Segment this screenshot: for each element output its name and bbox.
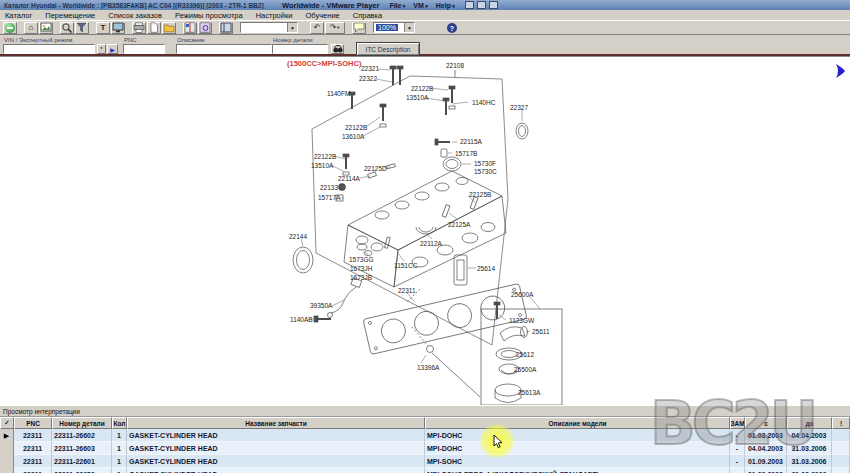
column-header-model[interactable]: Описание модели [425, 417, 730, 429]
part-label-22144[interactable]: 22144 [289, 234, 307, 241]
vin-expand-button[interactable]: * [97, 44, 106, 54]
part-label-15717A[interactable]: 15717A [318, 195, 340, 202]
part-label-25614[interactable]: 25614 [477, 266, 495, 273]
part-label-22112A[interactable]: 22112A [420, 241, 442, 248]
part-label-22108[interactable]: 22108 [446, 63, 464, 70]
part-label-22122B[interactable]: 22122B [314, 154, 336, 161]
part-label-22321[interactable]: 22321 [361, 66, 379, 73]
part-label-39350A[interactable]: 39350A [310, 303, 332, 310]
part-label-25613A[interactable]: 25613A [518, 390, 540, 397]
part-label-22115A[interactable]: 22115A [460, 139, 482, 146]
column-header-zam[interactable]: ЗАМ [730, 417, 745, 429]
zoom-combobox[interactable]: 100% ▼ [373, 22, 415, 33]
open-folder-button[interactable] [162, 22, 176, 34]
part-label-13510A[interactable]: 13510A [311, 163, 333, 170]
column-header-qty[interactable]: Кол [112, 417, 127, 429]
part-label-1140HC[interactable]: 1140HC [472, 100, 495, 107]
part-label-15717B[interactable]: 15717B [455, 151, 477, 158]
catalog-book-button[interactable] [183, 22, 197, 34]
part-label-22311[interactable]: 22311 [398, 288, 416, 295]
menu-item-0[interactable]: Каталог [5, 11, 32, 20]
menu-item-2[interactable]: Список заказов [108, 11, 162, 20]
undo-button[interactable]: ↶ [310, 22, 324, 34]
vm-device-icon[interactable] [477, 1, 486, 9]
part-label-22114A[interactable]: 22114A [338, 176, 360, 183]
part-label-22322[interactable]: 22322 [359, 76, 377, 83]
zoom-tool-button[interactable] [60, 22, 74, 34]
column-header-from[interactable]: с [745, 417, 787, 429]
part-label-1123GW[interactable]: 1123GW [509, 318, 534, 325]
column-header-to[interactable]: до [787, 417, 832, 429]
column-header-part[interactable]: Номер детали [52, 417, 112, 429]
menu-item-5[interactable]: Обучение [305, 11, 339, 20]
part-label-1151CC[interactable]: 1151CC [394, 263, 417, 270]
part-label-22122B[interactable]: 22122B [411, 86, 433, 93]
part-label-15730C[interactable]: 15730C [474, 169, 497, 176]
redo-button[interactable]: ↷▼ [325, 22, 345, 34]
help-button[interactable]: ? [445, 22, 459, 34]
part-label-25611[interactable]: 25611 [532, 329, 550, 336]
vmware-menu-help[interactable]: Help [436, 2, 455, 9]
table-row-1[interactable]: 2231122311-266031GASKET-CYLINDER HEADMPI… [0, 442, 850, 455]
exploded-diagram[interactable] [0, 57, 850, 406]
vmware-menu-vm[interactable]: VM [413, 2, 427, 9]
diagram-canvas[interactable]: (1500CC>MPI-SOHC) 2232122322221081140FM2… [0, 56, 850, 405]
print-button[interactable] [132, 22, 146, 34]
menu-item-1[interactable]: Перемещение [45, 11, 95, 20]
itc-description-button[interactable]: ITC Description [356, 42, 420, 56]
part-label-25600A[interactable]: 25600A [511, 292, 533, 299]
vm-device-icon[interactable] [489, 1, 498, 9]
panel-layout-button[interactable] [219, 22, 233, 34]
vin-go-button[interactable]: ▶ [107, 44, 118, 54]
menu-item-6[interactable]: Справка [353, 11, 382, 20]
table-row-0[interactable]: ▶2231122311-266021GASKET-CYLINDER HEADMP… [0, 429, 850, 442]
part-label-1140FM[interactable]: 1140FM [327, 91, 350, 98]
part-label-1673JH[interactable]: 1673JH [350, 266, 372, 273]
part-number-input[interactable] [272, 44, 328, 54]
part-label-15730F[interactable]: 15730F [474, 161, 496, 168]
column-header-sel[interactable]: ✓ [0, 417, 14, 429]
parts-search-book-button[interactable] [198, 22, 212, 34]
part-label-13396A[interactable]: 13396A [417, 365, 439, 372]
back-button[interactable] [3, 22, 17, 34]
filter-button[interactable] [75, 22, 89, 34]
menu-item-4[interactable]: Настройки [256, 11, 293, 20]
vin-input[interactable] [3, 44, 95, 54]
part-label-22125D[interactable]: 22125D [364, 166, 387, 173]
text-view-button[interactable]: T [96, 22, 110, 34]
part-label-1573GG[interactable]: 1573GG [349, 257, 374, 264]
menu-item-3[interactable]: Режимы просмотра [175, 11, 243, 20]
notes-button[interactable] [352, 22, 366, 34]
find-button[interactable] [331, 44, 344, 54]
vmware-menu-file[interactable]: File [389, 2, 405, 9]
navigation-combobox[interactable]: ▼ [240, 22, 298, 33]
column-header-name[interactable]: Название запчасти [127, 417, 425, 429]
part-label-25612[interactable]: 25612 [516, 352, 534, 359]
part-label-22327[interactable]: 22327 [510, 105, 528, 112]
cell-zam: - [730, 468, 745, 473]
pnc-input[interactable] [123, 44, 165, 54]
cell-qty: 1 [112, 455, 127, 468]
next-page-arrow-icon[interactable] [834, 63, 846, 79]
part-label-1140AB[interactable]: 1140AB [290, 317, 313, 324]
part-label-22133[interactable]: 22133 [320, 185, 338, 192]
part-label-1673JB[interactable]: 1673JB [350, 275, 372, 282]
part-label-22122B[interactable]: 22122B [345, 125, 367, 132]
chevron-down-icon[interactable]: ▼ [404, 23, 414, 32]
table-row-3[interactable]: 2231122311-226501GASKET-CYLINDER HEADMPI… [0, 468, 850, 473]
part-label-22125B[interactable]: 22125B [469, 192, 491, 199]
print-preview-button[interactable] [147, 22, 161, 34]
column-header-pnc[interactable]: PNC [14, 417, 52, 429]
part-label-13610A[interactable]: 13610A [342, 134, 364, 141]
home-button[interactable]: ⌂ [24, 22, 38, 34]
table-row-2[interactable]: 2231122311-226011GASKET-CYLINDER HEADMPI… [0, 455, 850, 468]
vm-device-icon[interactable] [465, 1, 474, 9]
image-view-button[interactable] [39, 22, 53, 34]
screen-view-button[interactable] [111, 22, 125, 34]
chevron-down-icon[interactable]: ▼ [287, 23, 297, 32]
part-label-22125A[interactable]: 22125A [448, 222, 470, 229]
description-input[interactable] [176, 44, 272, 54]
column-header-note[interactable]: ! [832, 417, 850, 429]
part-label-13510A[interactable]: 13510A [406, 95, 428, 102]
part-label-25500A[interactable]: 25500A [514, 367, 536, 374]
